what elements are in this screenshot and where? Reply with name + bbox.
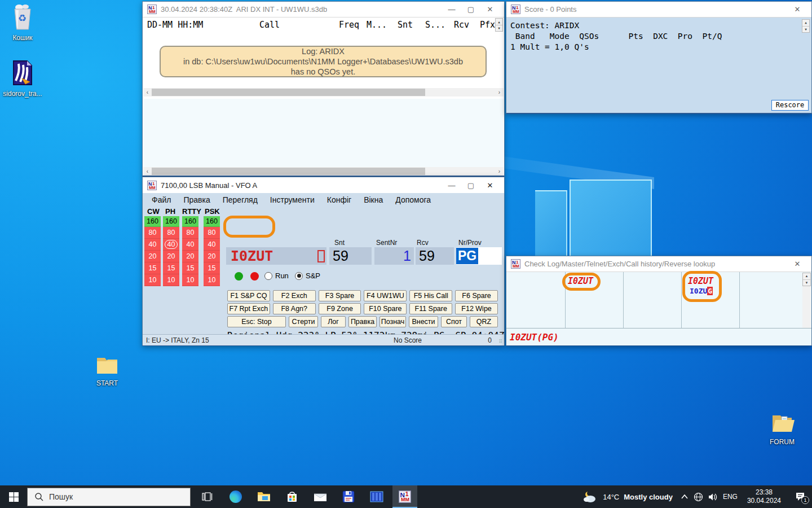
- band-button-rtty-40[interactable]: 40: [182, 239, 198, 251]
- col-header-mode[interactable]: M...: [367, 20, 387, 30]
- minimize-button[interactable]: —: [442, 178, 461, 192]
- band-button-ph-20[interactable]: 20: [163, 251, 179, 262]
- f2-button[interactable]: F2 Exch: [273, 290, 316, 301]
- score-scroll-spinner[interactable]: ▲▼: [802, 19, 810, 33]
- scroll-right-arrow[interactable]: ›: [495, 88, 504, 97]
- col-header-call[interactable]: Call: [259, 20, 280, 30]
- speaker-icon[interactable]: [708, 493, 718, 501]
- sentnr-input[interactable]: 1: [374, 247, 414, 265]
- file-explorer-button[interactable]: [251, 485, 276, 508]
- f9-button[interactable]: F9 Zone: [319, 303, 361, 314]
- col-header-datetime[interactable]: DD-MM HH:MM: [147, 20, 203, 30]
- store-button[interactable]: [280, 485, 304, 508]
- band-button-psk-160[interactable]: 160: [204, 216, 220, 227]
- menu-windows[interactable]: Вікна: [364, 195, 383, 204]
- band-button-rtty-80[interactable]: 80: [182, 227, 198, 239]
- col-header-rcv[interactable]: Rcv: [454, 20, 469, 30]
- band-button-psk-40[interactable]: 40: [204, 239, 220, 251]
- band-button-ph-10[interactable]: 10: [163, 274, 179, 286]
- menu-help[interactable]: Допомога: [395, 195, 431, 204]
- menu-file[interactable]: Файл: [152, 195, 171, 204]
- nrprov-input[interactable]: PG: [456, 247, 502, 265]
- task-view-button[interactable]: [195, 485, 220, 508]
- tray-chevron-icon[interactable]: [681, 494, 689, 500]
- store-button[interactable]: Внести: [409, 316, 438, 327]
- resize-grip[interactable]: ⠿: [498, 339, 503, 344]
- rcv-input[interactable]: 59: [416, 247, 454, 265]
- maximize-button[interactable]: ▢: [461, 2, 480, 17]
- close-button[interactable]: ✕: [788, 2, 807, 17]
- rescore-button[interactable]: Rescore: [771, 100, 809, 111]
- check-vscrollbar[interactable]: ▲▼: [802, 273, 811, 328]
- col-header-s[interactable]: S...: [425, 20, 445, 30]
- start-button[interactable]: [0, 485, 27, 508]
- edit-button[interactable]: Правка: [348, 316, 377, 327]
- band-button-ph-15[interactable]: 15: [163, 262, 179, 274]
- f10-button[interactable]: F10 Spare: [364, 303, 407, 314]
- band-button-rtty-20[interactable]: 20: [182, 251, 198, 262]
- menu-config[interactable]: Конфіг: [327, 195, 351, 204]
- logger-floppy-button[interactable]: [336, 485, 361, 508]
- log-button[interactable]: Лог: [321, 316, 346, 327]
- mark-button[interactable]: Познач: [379, 316, 406, 327]
- band-button-ph-160[interactable]: 160: [163, 216, 179, 227]
- menu-edit[interactable]: Правка: [183, 195, 210, 204]
- check-call-master-column[interactable]: I0ZUT: [688, 276, 713, 286]
- band-button-cw-20[interactable]: 20: [144, 251, 161, 262]
- band-button-cw-10[interactable]: 10: [144, 274, 161, 286]
- f1-button[interactable]: F1 S&P CQ: [227, 290, 270, 301]
- f11-button[interactable]: F11 Spare: [409, 303, 452, 314]
- wipe-button[interactable]: Стерти: [289, 316, 318, 327]
- band-button-ph-80[interactable]: 80: [163, 227, 179, 239]
- menu-view[interactable]: Перегляд: [223, 195, 258, 204]
- scroll-thumb[interactable]: [152, 168, 425, 175]
- scroll-left-arrow[interactable]: ‹: [143, 88, 152, 97]
- callsign-input[interactable]: I0ZUT: [226, 247, 326, 265]
- band-button-cw-80[interactable]: 80: [144, 227, 161, 239]
- clock-widget[interactable]: 23:38 30.04.2024: [747, 488, 781, 505]
- weather-widget[interactable]: 14°C Mostly cloudy: [582, 491, 673, 503]
- action-center-button[interactable]: 1: [791, 485, 810, 508]
- entry-window-titlebar[interactable]: N 1 MM 7100,00 LSB Manual - VFO A — ▢ ✕: [143, 177, 504, 193]
- mail-button[interactable]: [308, 485, 333, 508]
- check-window-titlebar[interactable]: N 1 MM Check Log/Master/Telnet/Exch/Call…: [506, 256, 811, 272]
- sp-radio-circle[interactable]: [295, 272, 303, 280]
- run-radio-circle[interactable]: [264, 272, 272, 280]
- telnet-window-button[interactable]: [364, 485, 389, 508]
- band-button-psk-20[interactable]: 20: [204, 251, 220, 262]
- desktop-icon-recycle-bin[interactable]: ♻ Кошик: [3, 3, 42, 42]
- scroll-thumb[interactable]: [152, 89, 425, 96]
- sp-radio[interactable]: S&P: [295, 271, 320, 280]
- edge-taskbar-button[interactable]: [223, 485, 248, 508]
- band-button-ph-40-selected[interactable]: 40: [163, 239, 179, 251]
- f7-button[interactable]: F7 Rpt Exch: [227, 303, 270, 314]
- band-button-psk-10[interactable]: 10: [204, 274, 220, 286]
- check-call-log-column[interactable]: I0ZUT: [568, 276, 593, 286]
- header-scroll-spinner[interactable]: ▲▼: [495, 18, 503, 32]
- f5-button[interactable]: F5 His Call: [409, 290, 452, 301]
- band-button-cw-15[interactable]: 15: [144, 262, 161, 274]
- network-globe-icon[interactable]: [694, 492, 703, 502]
- log-hscrollbar-top[interactable]: ‹ ›: [143, 88, 504, 97]
- col-header-snt[interactable]: Snt: [398, 20, 413, 30]
- band-button-psk-80[interactable]: 80: [204, 227, 220, 239]
- desktop-icon-sidorov-file[interactable]: sidorov_tra...: [3, 59, 42, 98]
- band-button-rtty-10[interactable]: 10: [182, 274, 198, 286]
- check-scroll-spinner[interactable]: ▲▼: [802, 273, 811, 286]
- scroll-left-arrow[interactable]: ‹: [143, 167, 152, 176]
- check-suggestion[interactable]: I0ZUG: [690, 287, 713, 295]
- band-button-cw-40[interactable]: 40: [144, 239, 161, 251]
- f6-button[interactable]: F6 Spare: [455, 290, 498, 301]
- minimize-button[interactable]: —: [442, 2, 461, 17]
- spot-button[interactable]: Спот: [441, 316, 467, 327]
- snt-input[interactable]: 59: [329, 247, 372, 265]
- log-hscrollbar-bottom[interactable]: ‹ ›: [143, 167, 504, 176]
- run-radio[interactable]: Run: [264, 271, 289, 280]
- close-button[interactable]: ✕: [788, 257, 807, 271]
- band-button-psk-15[interactable]: 15: [204, 262, 220, 274]
- col-header-pfx[interactable]: Pfx: [480, 20, 495, 30]
- band-button-rtty-160[interactable]: 160: [182, 216, 198, 227]
- qrz-button[interactable]: QRZ: [470, 316, 498, 327]
- band-button-cw-160[interactable]: 160: [144, 216, 161, 227]
- f4-button[interactable]: F4 UW1WU: [364, 290, 407, 301]
